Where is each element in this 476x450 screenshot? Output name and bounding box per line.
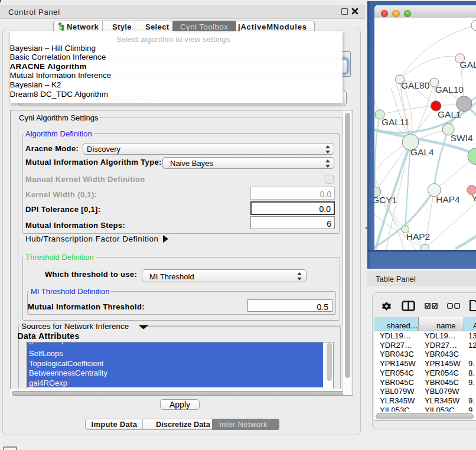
svg-text:GAL80: GAL80 (401, 80, 430, 90)
svg-text:GAL11: GAL11 (382, 117, 409, 127)
svg-text:HAP4: HAP4 (436, 194, 460, 204)
svg-text:GCY1: GCY1 (374, 195, 397, 205)
svg-text:Y: Y (472, 193, 476, 203)
svg-text:GAL10: GAL10 (435, 84, 464, 94)
svg-text:GAL4: GAL4 (410, 147, 434, 157)
svg-text:GAL8: GAL8 (460, 60, 476, 70)
svg-text:SWI4: SWI4 (451, 133, 473, 143)
svg-text:HAP2: HAP2 (406, 231, 431, 242)
svg-text:GAL1: GAL1 (438, 109, 461, 119)
